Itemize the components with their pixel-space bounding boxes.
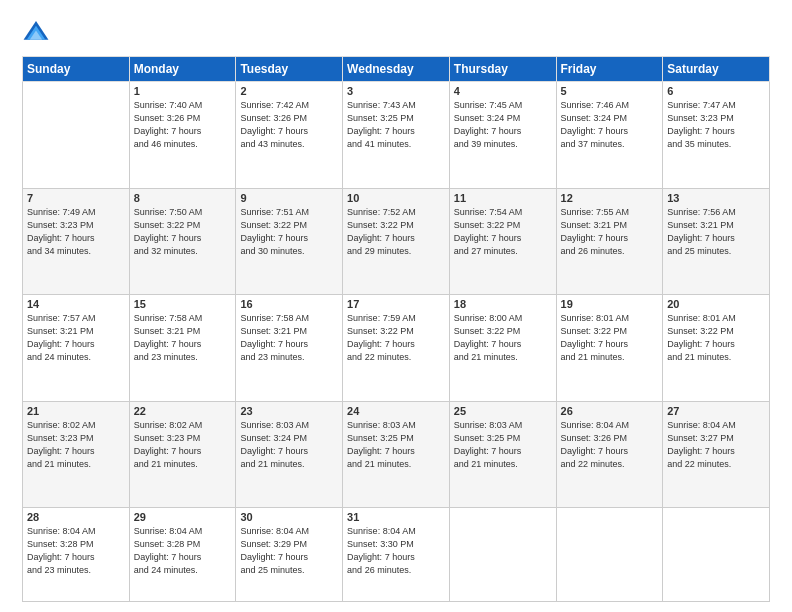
page: SundayMondayTuesdayWednesdayThursdayFrid… — [0, 0, 792, 612]
calendar-cell: 26Sunrise: 8:04 AMSunset: 3:26 PMDayligh… — [556, 401, 663, 508]
cell-info: Sunrise: 7:52 AMSunset: 3:22 PMDaylight:… — [347, 206, 445, 258]
calendar-cell: 1Sunrise: 7:40 AMSunset: 3:26 PMDaylight… — [129, 82, 236, 189]
cell-info: Sunrise: 7:56 AMSunset: 3:21 PMDaylight:… — [667, 206, 765, 258]
calendar-cell: 29Sunrise: 8:04 AMSunset: 3:28 PMDayligh… — [129, 508, 236, 602]
day-number: 17 — [347, 298, 445, 310]
day-number: 14 — [27, 298, 125, 310]
calendar-cell: 6Sunrise: 7:47 AMSunset: 3:23 PMDaylight… — [663, 82, 770, 189]
day-number: 8 — [134, 192, 232, 204]
calendar-week-row: 21Sunrise: 8:02 AMSunset: 3:23 PMDayligh… — [23, 401, 770, 508]
calendar-cell — [556, 508, 663, 602]
calendar-cell — [663, 508, 770, 602]
cell-info: Sunrise: 7:50 AMSunset: 3:22 PMDaylight:… — [134, 206, 232, 258]
day-number: 11 — [454, 192, 552, 204]
calendar-cell: 12Sunrise: 7:55 AMSunset: 3:21 PMDayligh… — [556, 188, 663, 295]
calendar-cell: 4Sunrise: 7:45 AMSunset: 3:24 PMDaylight… — [449, 82, 556, 189]
cell-info: Sunrise: 7:57 AMSunset: 3:21 PMDaylight:… — [27, 312, 125, 364]
day-number: 24 — [347, 405, 445, 417]
day-number: 31 — [347, 511, 445, 523]
weekday-header: Wednesday — [343, 57, 450, 82]
day-number: 3 — [347, 85, 445, 97]
calendar-cell: 21Sunrise: 8:02 AMSunset: 3:23 PMDayligh… — [23, 401, 130, 508]
day-number: 9 — [240, 192, 338, 204]
header — [22, 18, 770, 46]
cell-info: Sunrise: 7:45 AMSunset: 3:24 PMDaylight:… — [454, 99, 552, 151]
calendar-cell: 24Sunrise: 8:03 AMSunset: 3:25 PMDayligh… — [343, 401, 450, 508]
calendar-cell: 17Sunrise: 7:59 AMSunset: 3:22 PMDayligh… — [343, 295, 450, 402]
calendar-cell: 30Sunrise: 8:04 AMSunset: 3:29 PMDayligh… — [236, 508, 343, 602]
calendar-table: SundayMondayTuesdayWednesdayThursdayFrid… — [22, 56, 770, 602]
calendar-week-row: 14Sunrise: 7:57 AMSunset: 3:21 PMDayligh… — [23, 295, 770, 402]
cell-info: Sunrise: 8:04 AMSunset: 3:26 PMDaylight:… — [561, 419, 659, 471]
cell-info: Sunrise: 7:43 AMSunset: 3:25 PMDaylight:… — [347, 99, 445, 151]
day-number: 5 — [561, 85, 659, 97]
cell-info: Sunrise: 8:04 AMSunset: 3:28 PMDaylight:… — [134, 525, 232, 577]
cell-info: Sunrise: 8:01 AMSunset: 3:22 PMDaylight:… — [561, 312, 659, 364]
calendar-cell: 13Sunrise: 7:56 AMSunset: 3:21 PMDayligh… — [663, 188, 770, 295]
calendar-cell: 8Sunrise: 7:50 AMSunset: 3:22 PMDaylight… — [129, 188, 236, 295]
cell-info: Sunrise: 7:51 AMSunset: 3:22 PMDaylight:… — [240, 206, 338, 258]
weekday-header: Sunday — [23, 57, 130, 82]
day-number: 28 — [27, 511, 125, 523]
day-number: 27 — [667, 405, 765, 417]
calendar-cell: 11Sunrise: 7:54 AMSunset: 3:22 PMDayligh… — [449, 188, 556, 295]
day-number: 1 — [134, 85, 232, 97]
cell-info: Sunrise: 8:03 AMSunset: 3:25 PMDaylight:… — [347, 419, 445, 471]
cell-info: Sunrise: 8:01 AMSunset: 3:22 PMDaylight:… — [667, 312, 765, 364]
day-number: 7 — [27, 192, 125, 204]
cell-info: Sunrise: 8:03 AMSunset: 3:24 PMDaylight:… — [240, 419, 338, 471]
day-number: 6 — [667, 85, 765, 97]
day-number: 4 — [454, 85, 552, 97]
calendar-header-row: SundayMondayTuesdayWednesdayThursdayFrid… — [23, 57, 770, 82]
calendar-cell: 31Sunrise: 8:04 AMSunset: 3:30 PMDayligh… — [343, 508, 450, 602]
cell-info: Sunrise: 7:47 AMSunset: 3:23 PMDaylight:… — [667, 99, 765, 151]
cell-info: Sunrise: 7:42 AMSunset: 3:26 PMDaylight:… — [240, 99, 338, 151]
calendar-cell: 19Sunrise: 8:01 AMSunset: 3:22 PMDayligh… — [556, 295, 663, 402]
calendar-week-row: 28Sunrise: 8:04 AMSunset: 3:28 PMDayligh… — [23, 508, 770, 602]
day-number: 16 — [240, 298, 338, 310]
day-number: 20 — [667, 298, 765, 310]
calendar-cell: 5Sunrise: 7:46 AMSunset: 3:24 PMDaylight… — [556, 82, 663, 189]
day-number: 19 — [561, 298, 659, 310]
day-number: 26 — [561, 405, 659, 417]
day-number: 2 — [240, 85, 338, 97]
calendar-cell — [449, 508, 556, 602]
cell-info: Sunrise: 7:40 AMSunset: 3:26 PMDaylight:… — [134, 99, 232, 151]
weekday-header: Friday — [556, 57, 663, 82]
calendar-week-row: 1Sunrise: 7:40 AMSunset: 3:26 PMDaylight… — [23, 82, 770, 189]
calendar-cell: 28Sunrise: 8:04 AMSunset: 3:28 PMDayligh… — [23, 508, 130, 602]
calendar-cell: 7Sunrise: 7:49 AMSunset: 3:23 PMDaylight… — [23, 188, 130, 295]
calendar-cell: 23Sunrise: 8:03 AMSunset: 3:24 PMDayligh… — [236, 401, 343, 508]
cell-info: Sunrise: 7:59 AMSunset: 3:22 PMDaylight:… — [347, 312, 445, 364]
weekday-header: Tuesday — [236, 57, 343, 82]
day-number: 18 — [454, 298, 552, 310]
calendar-cell: 2Sunrise: 7:42 AMSunset: 3:26 PMDaylight… — [236, 82, 343, 189]
calendar-week-row: 7Sunrise: 7:49 AMSunset: 3:23 PMDaylight… — [23, 188, 770, 295]
cell-info: Sunrise: 8:04 AMSunset: 3:30 PMDaylight:… — [347, 525, 445, 577]
calendar-cell: 3Sunrise: 7:43 AMSunset: 3:25 PMDaylight… — [343, 82, 450, 189]
logo-icon — [22, 18, 50, 46]
logo — [22, 18, 54, 46]
cell-info: Sunrise: 8:04 AMSunset: 3:29 PMDaylight:… — [240, 525, 338, 577]
cell-info: Sunrise: 7:54 AMSunset: 3:22 PMDaylight:… — [454, 206, 552, 258]
weekday-header: Saturday — [663, 57, 770, 82]
day-number: 21 — [27, 405, 125, 417]
calendar-cell: 9Sunrise: 7:51 AMSunset: 3:22 PMDaylight… — [236, 188, 343, 295]
calendar-cell: 22Sunrise: 8:02 AMSunset: 3:23 PMDayligh… — [129, 401, 236, 508]
calendar-cell: 20Sunrise: 8:01 AMSunset: 3:22 PMDayligh… — [663, 295, 770, 402]
weekday-header: Thursday — [449, 57, 556, 82]
cell-info: Sunrise: 7:46 AMSunset: 3:24 PMDaylight:… — [561, 99, 659, 151]
calendar-cell: 27Sunrise: 8:04 AMSunset: 3:27 PMDayligh… — [663, 401, 770, 508]
cell-info: Sunrise: 7:49 AMSunset: 3:23 PMDaylight:… — [27, 206, 125, 258]
weekday-header: Monday — [129, 57, 236, 82]
day-number: 22 — [134, 405, 232, 417]
day-number: 30 — [240, 511, 338, 523]
cell-info: Sunrise: 7:58 AMSunset: 3:21 PMDaylight:… — [134, 312, 232, 364]
calendar-cell — [23, 82, 130, 189]
day-number: 25 — [454, 405, 552, 417]
calendar-cell: 18Sunrise: 8:00 AMSunset: 3:22 PMDayligh… — [449, 295, 556, 402]
cell-info: Sunrise: 8:02 AMSunset: 3:23 PMDaylight:… — [134, 419, 232, 471]
day-number: 23 — [240, 405, 338, 417]
cell-info: Sunrise: 8:04 AMSunset: 3:27 PMDaylight:… — [667, 419, 765, 471]
day-number: 29 — [134, 511, 232, 523]
